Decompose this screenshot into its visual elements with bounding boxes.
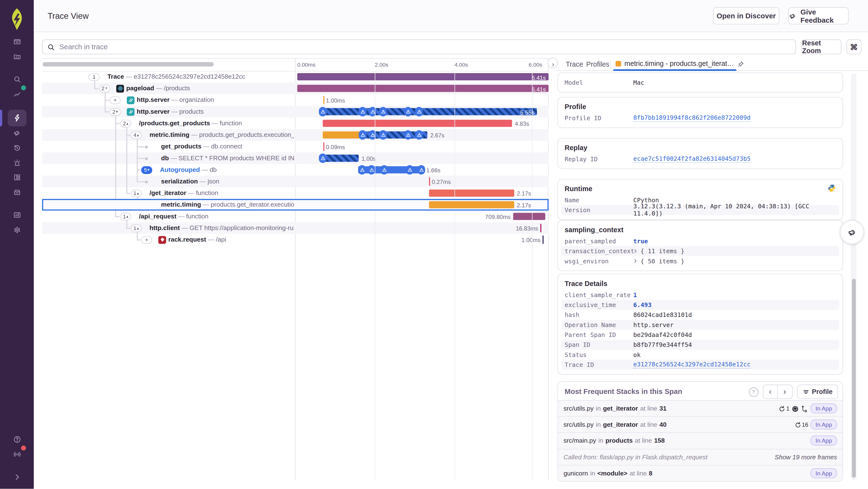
span-bar-cell[interactable]: 2.17s xyxy=(297,187,549,199)
sidebar-stats-item[interactable] xyxy=(10,208,24,222)
sidebar-alerts-item[interactable] xyxy=(10,156,24,170)
span-bar-cell[interactable]: 2.67s xyxy=(297,129,549,141)
vertical-scrollbar-thumb[interactable] xyxy=(851,279,856,478)
span-children-badge[interactable]: 2▾ xyxy=(110,108,121,116)
sidebar-projects-item[interactable] xyxy=(10,49,24,64)
kv-value[interactable]: ecae7c51f0024f2fa82e6314045d73b5 xyxy=(633,155,751,163)
span-row-rack-request[interactable]: +rack.request—/api1.00ms xyxy=(42,234,549,246)
span-row-http-server[interactable]: 2▾http.server—products5.55s xyxy=(42,106,549,118)
in-app-badge[interactable]: In App xyxy=(811,468,837,478)
span-bar-cell[interactable]: 0.27ms xyxy=(297,176,549,187)
span-bar-cell[interactable]: 709.80ms xyxy=(297,210,549,222)
span-row-autogrouped[interactable]: 5▾Autogrouped—db1.66s xyxy=(42,164,549,176)
error-warning-icon[interactable] xyxy=(379,130,387,140)
sidebar-trends-item[interactable] xyxy=(10,87,24,102)
give-feedback-button[interactable]: Give Feedback xyxy=(788,7,848,24)
span-children-badge[interactable]: + xyxy=(141,236,152,243)
stack-frame-note-row[interactable]: Called from: flask/app.py in Flask.dispa… xyxy=(558,449,842,465)
error-warning-icon[interactable] xyxy=(359,107,367,116)
branch-icon[interactable] xyxy=(801,405,808,412)
error-warning-icon[interactable] xyxy=(368,165,375,174)
feedback-floating-button[interactable] xyxy=(840,220,864,244)
kv-value[interactable]: e31278c256524c3297e2cd12458e12cc xyxy=(633,361,751,369)
open-in-discover-button[interactable]: Open in Discover xyxy=(713,7,779,24)
span-bar-cell[interactable]: 1.00ms xyxy=(297,94,549,106)
search-input[interactable] xyxy=(58,42,791,51)
sentry-logo[interactable] xyxy=(8,8,26,29)
sidebar-feedback-item[interactable] xyxy=(10,126,24,140)
sidebar-dashboards-item[interactable] xyxy=(10,170,24,185)
span-bar-cell[interactable]: 1.00ms xyxy=(297,234,549,246)
span-row-get-products[interactable]: get_products—db.connect0.09ms xyxy=(42,141,549,152)
error-warning-icon[interactable] xyxy=(380,165,388,174)
span-bar-cell[interactable]: 1.66s xyxy=(297,164,549,176)
sidebar-help-item[interactable] xyxy=(10,432,24,447)
pin-icon[interactable] xyxy=(737,60,744,67)
span-bar-cell[interactable]: 2.17s xyxy=(297,199,549,210)
span-children-badge[interactable]: 1▴ xyxy=(131,189,142,197)
span-bar-cell[interactable]: 1.00s xyxy=(297,152,549,164)
kv-value[interactable]: { 11 items } xyxy=(633,248,684,255)
error-warning-icon[interactable] xyxy=(404,107,412,116)
sidebar-expand-item[interactable] xyxy=(10,470,24,484)
collapse-panel-icon[interactable] xyxy=(548,58,558,68)
error-warning-icon[interactable] xyxy=(406,165,413,174)
span-row-serialization[interactable]: serialization—json0.27ms xyxy=(42,176,549,187)
span-row-metric-timing[interactable]: metric.timing—products.get_iterator.exec… xyxy=(42,199,549,210)
span-bar-cell[interactable]: 4.83s xyxy=(297,118,549,129)
tab-trace[interactable]: Trace xyxy=(566,60,583,68)
tab-profiles[interactable]: Profiles xyxy=(586,60,609,68)
reset-zoom-button[interactable]: Reset Zoom xyxy=(802,39,841,54)
next-stack-button[interactable] xyxy=(778,385,792,399)
span-row-metric-timing[interactable]: 4▴metric.timing—products.get_products.ex… xyxy=(42,129,549,141)
kv-value[interactable]: { 50 items } xyxy=(633,257,684,264)
error-warning-icon[interactable] xyxy=(319,107,327,116)
stack-frame-row[interactable]: src/utils.py in get_iterator at line 31 … xyxy=(558,400,842,416)
span-children-badge[interactable]: + xyxy=(110,96,121,104)
prev-stack-button[interactable] xyxy=(763,385,778,399)
error-warning-icon[interactable] xyxy=(359,130,367,140)
span-row-pageload[interactable]: 2+pageload—/products6.41s xyxy=(42,83,549,94)
span-children-badge[interactable]: 1▴ xyxy=(120,212,131,220)
span-children-badge[interactable]: 2▴ xyxy=(120,119,131,127)
help-circle-icon[interactable]: ? xyxy=(749,387,758,397)
sidebar-performance-item[interactable] xyxy=(8,110,27,126)
horizontal-scrollbar[interactable] xyxy=(43,62,214,66)
error-warning-icon[interactable] xyxy=(404,130,412,140)
span-children-badge[interactable]: 1 xyxy=(89,73,100,81)
sidebar-replays-item[interactable] xyxy=(10,141,24,155)
error-warning-icon[interactable] xyxy=(379,107,387,116)
span-children-badge[interactable]: 1▴ xyxy=(131,224,142,232)
span-children-badge[interactable]: 5▾ xyxy=(141,166,152,174)
stack-frame-row[interactable]: gunicorn in <module> at line 8 In App xyxy=(558,465,842,481)
span-row--get-iterator[interactable]: 1▴/get_iterator—function2.17s xyxy=(42,187,549,199)
sidebar-releases-item[interactable] xyxy=(10,185,24,200)
error-warning-icon[interactable] xyxy=(415,107,423,116)
span-bar-cell[interactable]: 5.55s xyxy=(297,106,549,118)
sidebar-explore-item[interactable] xyxy=(10,72,24,86)
error-warning-icon[interactable] xyxy=(417,165,425,174)
kv-value[interactable]: 8fb7bb1891994f8c862f206e8722009d xyxy=(633,114,751,122)
span-bar-cell[interactable]: 16.83ms xyxy=(297,222,549,234)
show-more-frames-link[interactable]: Show 19 more frames xyxy=(775,454,837,461)
span-row-http-client[interactable]: 1▴http.client—GET https://application-mo… xyxy=(42,222,549,234)
sidebar-broadcast-item[interactable] xyxy=(10,447,24,462)
sidebar-settings-item[interactable] xyxy=(10,223,24,237)
github-icon[interactable] xyxy=(792,405,799,412)
sidebar-issues-item[interactable] xyxy=(10,34,24,49)
profile-button[interactable]: Profile xyxy=(797,384,838,399)
stack-frame-row[interactable]: src/utils.py in get_iterator at line 40 … xyxy=(558,416,842,433)
in-app-badge[interactable]: In App xyxy=(811,436,837,446)
span-bar-cell[interactable]: 6.41s xyxy=(297,71,549,83)
span-row-db[interactable]: db—SELECT * FROM products WHERE id IN (S… xyxy=(42,152,549,164)
span-bar-cell[interactable]: 0.09ms xyxy=(297,141,549,152)
span-row-trace[interactable]: 1Trace—e31278c256524c3297e2cd12458e12cc6… xyxy=(42,71,549,83)
span-bar-cell[interactable]: 6.41s xyxy=(297,83,549,94)
in-app-badge[interactable]: In App xyxy=(811,420,837,430)
stack-frame-row[interactable]: src/main.py in products at line 158 In A… xyxy=(558,433,842,449)
error-warning-icon[interactable] xyxy=(319,153,327,163)
in-app-badge[interactable]: In App xyxy=(811,404,837,413)
tab-active-span[interactable]: metric.timing - products.get_iterat… xyxy=(616,60,744,67)
error-warning-icon[interactable] xyxy=(415,130,423,140)
span-children-badge[interactable]: 4▴ xyxy=(131,131,142,139)
